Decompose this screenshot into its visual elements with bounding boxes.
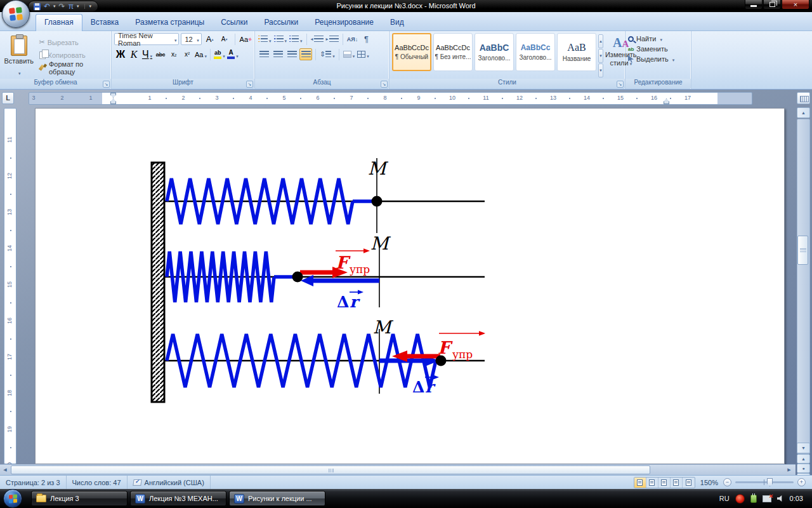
page-indicator[interactable]: Страница: 2 из 3: [0, 476, 67, 489]
font-color-button[interactable]: А: [226, 48, 239, 60]
vscroll-thumb[interactable]: [797, 236, 808, 265]
zoom-in-button[interactable]: +: [797, 478, 806, 486]
underline-button[interactable]: Ч: [141, 48, 154, 60]
previous-page-button[interactable]: ▲: [797, 454, 810, 464]
scroll-down-button[interactable]: ▼: [797, 443, 810, 453]
paste-dropdown-icon[interactable]: [17, 66, 21, 77]
numbering-button[interactable]: [273, 33, 288, 45]
style-card-3[interactable]: AaBbCcЗаголово...: [516, 33, 555, 71]
folder-icon: [36, 495, 46, 502]
vertical-ruler-number: 17: [6, 354, 13, 360]
justify-button[interactable]: [299, 48, 312, 60]
word-count[interactable]: Число слов: 47: [67, 476, 128, 489]
cut-button[interactable]: ✂ Вырезать: [39, 37, 108, 48]
volume-tray-icon[interactable]: [777, 495, 784, 502]
style-scroll-down-icon[interactable]: ▼: [598, 49, 603, 63]
font-size-select[interactable]: 12: [181, 33, 201, 45]
tab-home[interactable]: Главная: [36, 14, 82, 31]
styles-group-label: Стили: [390, 79, 625, 88]
format-painter-button[interactable]: Формат по образцу: [39, 62, 108, 73]
fullscreen-reading-view-button[interactable]: [646, 478, 658, 488]
scroll-up-button[interactable]: ▲: [797, 107, 810, 118]
scroll-right-button[interactable]: ▶: [784, 465, 794, 475]
sort-button[interactable]: АЯ↓: [346, 33, 359, 45]
vertical-ruler[interactable]: 11121314151617181920: [4, 108, 16, 464]
clear-formatting-button[interactable]: Аа: [239, 33, 252, 45]
align-right-button[interactable]: [285, 48, 298, 60]
superscript-button[interactable]: x2: [181, 48, 193, 60]
style-scroll-up-icon[interactable]: ▲: [598, 34, 603, 48]
paragraph-dialog-launcher[interactable]: [381, 81, 388, 88]
print-layout-view-button[interactable]: [634, 478, 646, 488]
grow-font-button[interactable]: А▴: [204, 33, 216, 45]
select-browse-object-button[interactable]: ●: [797, 464, 810, 473]
tab-references[interactable]: Ссылки: [213, 15, 256, 30]
close-button[interactable]: ×: [782, 0, 809, 10]
style-card-2[interactable]: AaBbCЗаголово...: [475, 33, 514, 71]
copy-button[interactable]: Копировать: [39, 50, 108, 60]
tab-mailings[interactable]: Рассылки: [256, 15, 306, 30]
minimize-button[interactable]: [745, 0, 763, 10]
multilevel-list-button[interactable]: [289, 33, 303, 45]
clipboard-dialog-launcher[interactable]: [103, 81, 110, 88]
horizontal-ruler[interactable]: 3211234567891011121314151617: [29, 92, 752, 105]
network-tray-icon[interactable]: [763, 495, 771, 502]
outline-view-button[interactable]: [671, 478, 683, 488]
restore-button[interactable]: [763, 0, 781, 10]
highlight-button[interactable]: ab: [213, 48, 226, 60]
language-indicator[interactable]: Английский (США): [128, 476, 211, 489]
line-spacing-button[interactable]: ⇕: [319, 48, 336, 60]
bold-button[interactable]: Ж: [114, 48, 127, 60]
shading-button[interactable]: [343, 48, 356, 60]
style-gallery-more-icon[interactable]: ▼: [598, 64, 603, 77]
decrease-indent-button[interactable]: [310, 33, 324, 45]
language-switcher[interactable]: RU: [719, 495, 730, 502]
styles-dialog-launcher[interactable]: [617, 81, 624, 88]
borders-button[interactable]: [357, 48, 370, 60]
font-dialog-launcher[interactable]: [246, 81, 253, 88]
style-card-4[interactable]: AaBНазвание: [557, 33, 596, 71]
tab-page-layout[interactable]: Разметка страницы: [127, 15, 213, 30]
subscript-button[interactable]: x2: [167, 48, 180, 60]
align-left-button[interactable]: [258, 48, 270, 60]
start-button[interactable]: [3, 489, 22, 508]
zoom-level[interactable]: 150%: [700, 479, 718, 486]
taskbar-item-1[interactable]: WЛекция №3 МЕХАН...: [130, 491, 226, 506]
font-family-select[interactable]: Times New Roman: [114, 33, 179, 45]
style-card-1[interactable]: AaBbCcDc¶ Без инте...: [433, 33, 473, 71]
tab-review[interactable]: Рецензирование: [306, 15, 382, 30]
style-card-0[interactable]: AaBbCcDc¶ Обычный: [392, 33, 431, 71]
zoom-thumb[interactable]: [767, 478, 773, 486]
shrink-font-button[interactable]: А▾: [218, 33, 231, 45]
find-button[interactable]: Найти: [628, 35, 688, 43]
tab-stop-selector[interactable]: L: [2, 92, 14, 104]
draft-view-button[interactable]: [683, 478, 695, 488]
taskbar-item-2[interactable]: WРисунки к лекции ...: [229, 491, 325, 506]
hscroll-thumb[interactable]: [11, 465, 650, 474]
increase-indent-button[interactable]: [325, 33, 339, 45]
vscroll-track[interactable]: [797, 119, 810, 454]
strikethrough-button[interactable]: abc: [154, 48, 167, 60]
document-page[interactable]: M M: [35, 108, 785, 464]
tab-insert[interactable]: Вставка: [82, 15, 128, 30]
change-case-button[interactable]: Aa: [194, 48, 207, 60]
align-center-button[interactable]: [272, 48, 284, 60]
select-button[interactable]: Выделить: [628, 55, 688, 63]
bullets-button[interactable]: [258, 33, 272, 45]
tab-view[interactable]: Вид: [382, 15, 412, 30]
antivirus-tray-icon[interactable]: [735, 494, 745, 504]
ruler-toggle-button[interactable]: [797, 92, 810, 104]
zoom-out-button[interactable]: −: [723, 478, 731, 486]
italic-button[interactable]: К: [128, 48, 140, 60]
power-tray-icon[interactable]: [750, 495, 757, 503]
paste-button[interactable]: Вставить: [3, 33, 36, 77]
zoom-track[interactable]: [735, 481, 794, 483]
show-marks-button[interactable]: ¶: [360, 33, 373, 45]
web-layout-view-button[interactable]: [658, 478, 671, 488]
vertical-scrollbar[interactable]: ▲ ▼ ▲ ● ▼: [797, 106, 810, 473]
horizontal-scrollbar[interactable]: ◀ ▶: [0, 464, 796, 475]
office-button[interactable]: [2, 0, 30, 28]
scroll-left-button[interactable]: ◀: [0, 465, 10, 475]
taskbar-item-0[interactable]: Лекция 3: [31, 491, 128, 506]
replace-button[interactable]: ab Заменить: [628, 45, 688, 53]
